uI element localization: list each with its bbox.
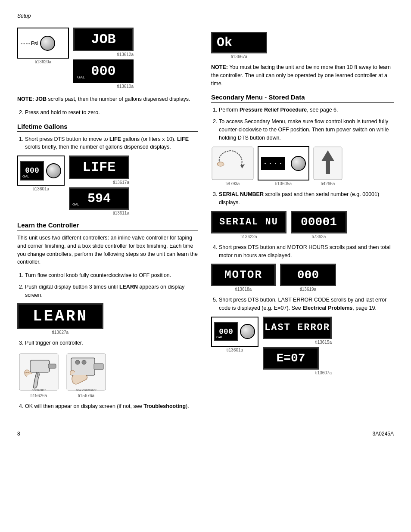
img-label-le-ti13601a: ti13601a [227, 348, 243, 352]
motor-display-block: MOTOR ti13618a [211, 264, 276, 292]
page-number: 8 [17, 431, 20, 437]
lcd-00001-display: 00001 [291, 211, 347, 233]
sec-device1-block: ti8793a [211, 146, 254, 186]
last-error-stack: LAST ERROR ti13615a E=07 ti13607a [263, 317, 332, 375]
learn-description: This unit uses two different controllers… [17, 234, 198, 266]
img-label-ti13615a: ti13615a [263, 340, 332, 345]
img-label-ti13610a: ti13610a [73, 84, 134, 89]
sec-device3-block: ti4266a [313, 146, 343, 186]
lcd-e07-display: E=07 [263, 347, 319, 370]
img-label-ti13601a: ti13601a [33, 187, 49, 191]
lcd-gal-display: GAL 000 [73, 59, 134, 83]
svg-text:controller: controller [32, 388, 46, 392]
learn-steps-3: OK will then appear on display screen (i… [25, 402, 198, 411]
img-label-ti13620a: ti13620a [35, 59, 51, 64]
num00001-block: 00001 ti7362a [291, 211, 347, 239]
sec-device2-block: - - - - ti13605a [258, 146, 309, 186]
learn-steps-2: Pull trigger on controller. [25, 339, 198, 347]
lcd-motor-num-display: 000 [280, 264, 336, 286]
img-label-ti15626a: ti15626a [31, 393, 47, 398]
img-label-ti13612a: ti13612a [73, 52, 134, 57]
lifetime-gallons-heading: Lifetime Gallons [17, 123, 198, 132]
learn-controller-heading: Learn the Controller [17, 221, 198, 230]
job-gal-block: JOB ti13612a GAL 000 ti13610a [73, 28, 134, 89]
lcd-ok-display: Ok [211, 32, 267, 53]
lcd-learn-display: LEARN [17, 303, 103, 329]
page-footer: 8 3A0245A [17, 428, 394, 437]
sec-step4: Short press DTS button and MOTOR HOURS s… [219, 243, 394, 260]
sec-steps-3: Short press DTS button and MOTOR HOURS s… [219, 243, 394, 260]
svg-point-12 [217, 162, 224, 166]
img-label-ti15676a: ti15676a [78, 393, 94, 398]
lcd-last-error-display: LAST ERROR [263, 317, 332, 339]
lcd-motor-display: MOTOR [211, 264, 276, 286]
doc-number: 3A0245A [373, 431, 394, 437]
psi-text: - - - - Psi [21, 40, 37, 47]
step-list-top: Press and hold to reset to zero. [25, 109, 198, 117]
sec-step2: To access Secondary Menu, make sure flow… [219, 118, 394, 142]
page-header: Setup [17, 13, 394, 19]
img-label-ti13617a: ti13617a [69, 180, 129, 185]
sec-step3: SERIAL NUMBER scrolls past and then seri… [219, 190, 394, 207]
knob-icon [40, 36, 55, 51]
secondary-menu-heading: Secondary Menu - Stored Data [211, 93, 394, 103]
gal-knob-block2: GAL 000 ti13601a [211, 317, 258, 352]
lifetime-step1: Short press DTS button to move to LIFE g… [25, 135, 198, 152]
img-label-ti4266a: ti4266a [321, 181, 335, 186]
svg-point-7 [75, 360, 80, 364]
motor-num-block: 000 ti13619a [280, 264, 336, 292]
ok-display-row: Ok ti13667a [211, 32, 394, 59]
sec-steps-2: SERIAL NUMBER scrolls past and then seri… [219, 190, 394, 207]
img-label-ti7362a: ti7362a [312, 234, 326, 239]
img-label-ti13622a: ti13622a [240, 234, 257, 239]
knob-sec-icon [291, 156, 306, 171]
top-images-row: - - - - Psi ti13620a JOB ti13612a [17, 28, 198, 89]
img-label-ti13618a: ti13618a [235, 287, 252, 292]
serial-images-row: SERIAL NU ti13622a 00001 ti7362a [211, 211, 394, 239]
img-label-ti13611a: ti13611a [69, 211, 129, 215]
gal-knob-device2: GAL 000 [211, 317, 258, 347]
psi-device-img: - - - - Psi [17, 28, 69, 59]
secondary-menu-steps: Perform Pressure Relief Procedure, see p… [219, 106, 394, 142]
svg-rect-1 [30, 360, 50, 372]
img-label-ti13619a: ti13619a [300, 287, 316, 292]
note-learn: NOTE: You must be facing the unit and be… [211, 63, 394, 87]
life-594-block: LIFE ti13617a GAL 594 ti13611a [69, 156, 129, 215]
lcd-594-display: GAL 594 [69, 187, 129, 210]
section-title: Setup [17, 13, 31, 19]
svg-rect-2 [48, 364, 56, 368]
gal-knob-block: GAL 000 ti13601a [17, 156, 65, 191]
serial-display-block: SERIAL NU ti13622a [211, 211, 286, 239]
learn-steps: Turn flow control knob fully countercloc… [25, 271, 198, 299]
sec-device3-illustration [313, 146, 343, 180]
svg-rect-6 [94, 364, 103, 370]
learn-step1: Turn flow control knob fully countercloc… [25, 271, 198, 280]
last-error-images-row: GAL 000 ti13601a LAST ERROR ti13615a [211, 317, 394, 375]
knob-le-icon [240, 324, 255, 339]
note-job: NOTE: JOB NOTE: JOB scrolls past, then t… [17, 95, 198, 103]
sec-step5: Short press DTS button. LAST ERROR CODE … [219, 296, 394, 312]
gal-knob-device: GAL 000 [17, 156, 65, 186]
img-label-ti13605a: ti13605a [275, 181, 292, 186]
learn-step3: Pull trigger on controller. [25, 339, 198, 347]
lcd-life-display: LIFE [69, 156, 129, 179]
learn-display-block: LEARN ti13627a [17, 303, 103, 335]
learn-step4: OK will then appear on display screen (i… [25, 402, 198, 411]
motor-images-row: MOTOR ti13618a 000 ti13619a [211, 264, 394, 292]
sec-steps-4: Short press DTS button. LAST ERROR CODE … [219, 296, 394, 312]
knob-life-icon [46, 163, 61, 178]
psi-device-block: - - - - Psi ti13620a [17, 28, 69, 64]
lifetime-images-row: GAL 000 ti13601a LIFE ti13617a [17, 156, 198, 215]
svg-point-8 [82, 360, 86, 364]
hand1-block: controller ti15626a [17, 352, 60, 398]
sec-device2-img: - - - - [258, 146, 309, 180]
img-label-ti13627a: ti13627a [52, 330, 68, 335]
lcd-job-block: JOB ti13612a [73, 28, 134, 57]
img-label-ti13607a: ti13607a [263, 370, 332, 375]
right-column: Ok ti13667a NOTE: You must be facing the… [211, 28, 394, 415]
left-column: - - - - Psi ti13620a JOB ti13612a [17, 28, 198, 415]
step-2-reset: Press and hold to reset to zero. [25, 109, 198, 117]
img-label-ti8793a: ti8793a [226, 181, 240, 186]
sec-device-images: ti8793a - - - - ti13605a [211, 146, 394, 186]
sec-device1-illustration [211, 146, 254, 180]
